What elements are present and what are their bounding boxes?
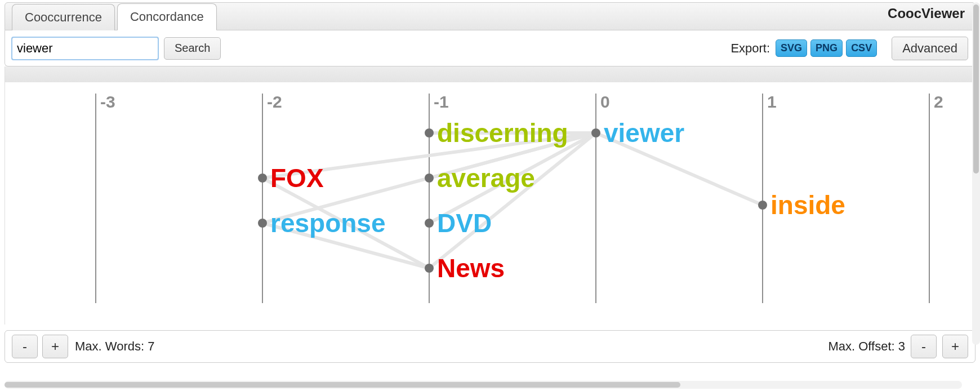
bottom-right-group: Max. Offset: 3 - + xyxy=(828,335,968,358)
svg-text:DVD: DVD xyxy=(437,208,492,238)
concordance-svg: -3-2-1012FOXresponsediscerningaverageDVD… xyxy=(28,82,952,314)
tab-concordance[interactable]: Concordance xyxy=(117,3,217,30)
tab-label: Concordance xyxy=(130,10,204,24)
max-offset-increase-button[interactable]: + xyxy=(942,335,968,358)
search-input[interactable] xyxy=(12,37,158,60)
svg-point-27 xyxy=(425,174,434,183)
svg-text:News: News xyxy=(437,254,505,283)
svg-text:FOX: FOX xyxy=(270,163,324,193)
search-button-label: Search xyxy=(175,42,210,55)
max-offset-decrease-button[interactable]: - xyxy=(911,335,937,358)
svg-text:2: 2 xyxy=(934,92,943,111)
svg-point-33 xyxy=(591,128,600,137)
advanced-button[interactable]: Advanced xyxy=(892,37,968,60)
tab-label: Cooccurrence xyxy=(25,10,102,24)
divider-strip xyxy=(5,66,975,82)
export-csv-button[interactable]: CSV xyxy=(846,39,877,57)
horizontal-scroll-thumb[interactable] xyxy=(5,382,680,388)
minus-icon: - xyxy=(921,339,926,354)
svg-point-29 xyxy=(425,219,434,228)
svg-point-23 xyxy=(258,219,267,228)
tab-cooccurrence[interactable]: Cooccurrence xyxy=(12,4,115,30)
search-button[interactable]: Search xyxy=(164,37,221,60)
horizontal-scrollbar[interactable] xyxy=(5,381,962,389)
svg-text:response: response xyxy=(270,208,386,238)
svg-text:inside: inside xyxy=(770,190,845,220)
vertical-scroll-thumb[interactable] xyxy=(973,5,979,174)
svg-text:average: average xyxy=(437,163,535,193)
svg-text:viewer: viewer xyxy=(604,118,684,148)
toolbar: Search Export: SVG PNG CSV Advanced xyxy=(5,30,975,66)
svg-text:0: 0 xyxy=(600,92,610,111)
svg-text:-2: -2 xyxy=(267,92,282,111)
max-words-increase-button[interactable]: + xyxy=(42,335,68,358)
svg-text:1: 1 xyxy=(767,92,777,111)
svg-text:discerning: discerning xyxy=(437,118,568,148)
minus-icon: - xyxy=(23,339,27,354)
export-group: Export: SVG PNG CSV Advanced xyxy=(730,37,968,60)
tab-bar: Cooccurrence Concordance CoocViewer xyxy=(5,2,975,30)
svg-text:-1: -1 xyxy=(434,92,449,111)
vertical-scrollbar[interactable] xyxy=(972,2,980,345)
plus-icon: + xyxy=(951,339,959,354)
export-svg-button[interactable]: SVG xyxy=(776,39,807,57)
svg-text:-3: -3 xyxy=(100,92,115,111)
advanced-button-label: Advanced xyxy=(902,41,957,56)
max-words-label: Max. Words: 7 xyxy=(75,339,154,354)
export-png-button[interactable]: PNG xyxy=(810,39,843,57)
max-offset-label: Max. Offset: 3 xyxy=(828,339,905,354)
svg-point-25 xyxy=(425,128,434,137)
export-label: Export: xyxy=(730,41,770,56)
svg-point-21 xyxy=(258,174,267,183)
svg-point-31 xyxy=(425,264,434,273)
concordance-chart: -3-2-1012FOXresponsediscerningaverageDVD… xyxy=(5,82,975,325)
svg-point-35 xyxy=(758,201,767,210)
app-title: CoocViewer xyxy=(888,6,975,27)
plus-icon: + xyxy=(51,339,59,354)
max-words-decrease-button[interactable]: - xyxy=(12,335,38,358)
bottom-bar: - + Max. Words: 7 Max. Offset: 3 - + xyxy=(5,330,975,363)
